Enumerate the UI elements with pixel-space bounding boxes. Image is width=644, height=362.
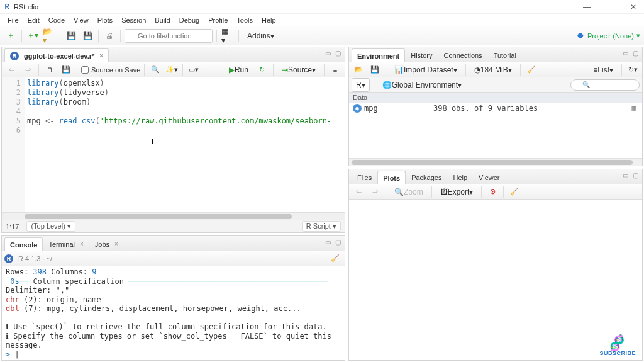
r-console-icon: R: [4, 254, 13, 263]
source-tab-label: ggplot-to-excel-dev.r*: [24, 52, 94, 60]
env-var-name: mpg: [364, 104, 433, 113]
menu-view[interactable]: View: [70, 15, 92, 25]
minimize-pane-icon[interactable]: ▭: [323, 48, 332, 57]
source-editor[interactable]: 1 2 3 4 5 6 library(openxlsx) library(ti…: [2, 77, 345, 212]
close-terminal-icon[interactable]: ×: [80, 240, 84, 247]
tab-packages[interactable]: Packages: [406, 170, 447, 184]
outline-icon[interactable]: ≡: [328, 63, 342, 77]
menu-help[interactable]: Help: [258, 15, 280, 25]
wand-icon[interactable]: ✨▾: [165, 63, 179, 77]
source-button[interactable]: ⇥ Source ▾: [277, 63, 320, 77]
plot-prev-icon[interactable]: ⇐: [352, 185, 365, 199]
line-gutter: 1 2 3 4 5 6: [2, 77, 25, 212]
tab-help[interactable]: Help: [447, 170, 473, 184]
minimize-plots-icon[interactable]: ▭: [621, 171, 630, 179]
view-table-icon[interactable]: ▦: [630, 104, 638, 113]
source-on-save-label: Source on Save: [91, 66, 140, 74]
menu-debug[interactable]: Debug: [175, 15, 203, 25]
maximize-plots-icon[interactable]: ▢: [631, 171, 640, 179]
maximize-console-icon[interactable]: ▢: [333, 237, 342, 246]
close-icon[interactable]: ✕: [628, 3, 639, 11]
tab-files[interactable]: Files: [352, 170, 377, 184]
view-mode-selector[interactable]: ≡ List ▾: [589, 63, 618, 77]
tab-viewer[interactable]: Viewer: [473, 170, 505, 184]
new-file-icon[interactable]: ＋: [4, 29, 18, 43]
plot-next-icon[interactable]: ⇒: [368, 185, 382, 199]
language-scope-selector[interactable]: R ▾: [352, 78, 370, 92]
tab-environment[interactable]: Environment: [352, 48, 405, 62]
project-selector[interactable]: ⬣ Project: (None) ▾: [576, 31, 640, 40]
search-env-input[interactable]: [570, 79, 640, 91]
scope-selector[interactable]: (Top Level) ▾: [26, 221, 75, 232]
save-workspace-icon[interactable]: 💾: [368, 63, 382, 77]
find-icon[interactable]: 🔍: [148, 63, 162, 77]
menu-session[interactable]: Session: [118, 15, 150, 25]
source-tab[interactable]: R ggplot-to-excel-dev.r* ×: [4, 48, 109, 62]
menu-profile[interactable]: Profile: [204, 15, 231, 25]
tab-terminal[interactable]: Terminal ×: [43, 237, 89, 251]
print-icon[interactable]: 🖨: [103, 29, 116, 43]
remove-plot-icon[interactable]: ⊘: [486, 185, 499, 199]
console-info: R 4.1.3 · ~/: [18, 255, 52, 263]
menu-edit[interactable]: Edit: [24, 15, 43, 25]
refresh-env-icon[interactable]: ↻▾: [626, 63, 640, 77]
open-file-icon[interactable]: 📂▾: [42, 29, 56, 43]
env-scrollbar-horizontal[interactable]: [349, 158, 642, 166]
maximize-pane-icon[interactable]: ▢: [333, 48, 342, 57]
rstudio-logo-icon: R: [3, 3, 11, 11]
memory-indicator[interactable]: ◔ 184 MiB ▾: [470, 63, 516, 77]
data-frame-icon: ●: [353, 104, 362, 113]
menu-plots[interactable]: Plots: [94, 15, 116, 25]
tab-plots[interactable]: Plots: [377, 171, 406, 184]
show-doc-icon[interactable]: 🗒: [43, 63, 57, 77]
menu-build[interactable]: Build: [151, 15, 174, 25]
goto-file-input[interactable]: [125, 29, 213, 43]
save-icon[interactable]: 💾: [64, 29, 78, 43]
minimize-env-icon[interactable]: ▭: [621, 48, 630, 57]
import-dataset-button[interactable]: 📊 Import Dataset ▾: [390, 63, 462, 77]
zoom-button[interactable]: 🔍 Zoom: [390, 185, 428, 199]
dna-icon: 🧬: [608, 336, 628, 352]
save-source-icon[interactable]: 💾: [59, 63, 73, 77]
close-jobs-icon[interactable]: ×: [114, 240, 118, 247]
tab-history[interactable]: History: [405, 48, 438, 62]
language-selector[interactable]: R Script ▾: [302, 221, 341, 232]
load-workspace-icon[interactable]: 📂: [352, 63, 365, 77]
clear-console-icon[interactable]: 🧹: [328, 252, 342, 266]
close-tab-icon[interactable]: ×: [99, 52, 103, 59]
text-cursor: I: [150, 137, 155, 147]
project-label: Project: (None): [587, 32, 634, 40]
tab-jobs[interactable]: Jobs ×: [89, 237, 124, 251]
save-all-icon[interactable]: 💾: [80, 29, 94, 43]
code-area[interactable]: library(openxlsx) library(tidyverse) lib…: [25, 77, 345, 212]
env-variable-row[interactable]: ● mpg 398 obs. of 9 variables ▦: [349, 103, 642, 113]
menu-tools[interactable]: Tools: [233, 15, 257, 25]
minimize-icon[interactable]: —: [580, 3, 593, 11]
minimize-console-icon[interactable]: ▭: [323, 237, 332, 246]
menu-code[interactable]: Code: [45, 15, 69, 25]
export-button[interactable]: 🖼 Export ▾: [436, 185, 478, 199]
new-project-icon[interactable]: ＋▾: [26, 29, 40, 43]
clear-plots-icon[interactable]: 🧹: [508, 185, 521, 199]
run-button[interactable]: ▶ Run: [225, 63, 253, 77]
menu-file[interactable]: File: [4, 15, 23, 25]
source-on-save-checkbox[interactable]: [81, 66, 89, 74]
addins-button[interactable]: Addins ▾: [243, 29, 279, 43]
grid-icon[interactable]: ▦ ▾: [221, 29, 235, 43]
chevron-down-icon: ▾: [636, 31, 640, 40]
back-icon[interactable]: ⇐: [4, 63, 18, 77]
env-data-header: Data: [349, 93, 642, 103]
tab-connections[interactable]: Connections: [438, 48, 487, 62]
maximize-env-icon[interactable]: ▢: [631, 48, 640, 57]
report-icon[interactable]: ▭▾: [187, 63, 201, 77]
env-scope-selector[interactable]: 🌐 Global Environment ▾: [378, 78, 466, 92]
maximize-icon[interactable]: ☐: [604, 3, 616, 11]
source-scrollbar-horizontal[interactable]: [2, 212, 345, 220]
tab-console[interactable]: Console: [4, 237, 43, 251]
console-output[interactable]: Rows: 398 Columns: 9 0s── Column specifi…: [2, 266, 345, 360]
forward-icon[interactable]: ⇒: [21, 63, 35, 77]
tab-tutorial[interactable]: Tutorial: [488, 48, 522, 62]
main-toolbar: ＋ ＋▾ 📂▾ 💾 💾 🖨 ▦ ▾ Addins ▾ ⬣ Project: (N…: [0, 26, 644, 45]
sweep-env-icon[interactable]: 🧹: [525, 63, 538, 77]
rerun-icon[interactable]: ↻: [255, 63, 269, 77]
